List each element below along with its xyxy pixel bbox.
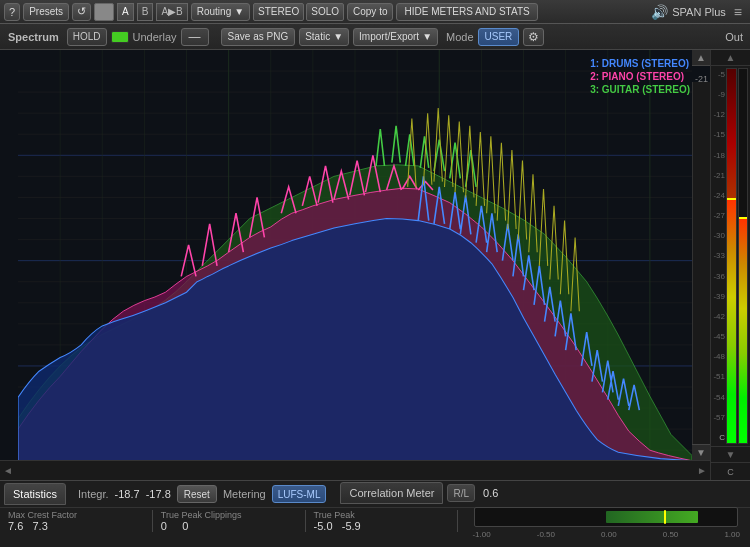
import-arrow-icon: ▼: [422, 31, 432, 42]
db-r-12: -12: [713, 110, 725, 119]
spectrum-legend: 1: DRUMS (STEREO) 2: PIANO (STEREO) 3: G…: [590, 58, 690, 95]
routing-arrow-icon: ▼: [234, 6, 244, 17]
out-label: Out: [722, 31, 746, 43]
corr-bar-positive: [606, 511, 698, 523]
right-scroll-up[interactable]: ▲: [711, 50, 750, 66]
nav-arrow-right[interactable]: ►: [694, 465, 710, 476]
stat-divider2: [305, 510, 306, 532]
db-r-21: -21: [713, 171, 725, 180]
stereo-solo-group: STEREO SOLO: [253, 3, 344, 21]
db-r-27: -27: [713, 211, 725, 220]
true-peak-label: True Peak: [314, 510, 450, 520]
a-button[interactable]: A: [117, 3, 134, 21]
meter-bars: [726, 68, 748, 444]
db-r-57: -57: [713, 413, 725, 422]
underlay-dash-button[interactable]: —: [181, 28, 209, 46]
db-r-48: -48: [713, 352, 725, 361]
corr-scale-neg1: -1.00: [472, 530, 490, 539]
stat-max-crest: Max Crest Factor 7.6 7.3: [8, 510, 144, 532]
integr-val2: -17.8: [146, 488, 171, 500]
static-arrow-icon: ▼: [333, 31, 343, 42]
db-r-c: C: [713, 433, 725, 442]
metering-label: Metering: [223, 488, 266, 500]
hold-button[interactable]: HOLD: [67, 28, 107, 46]
stat-divider1: [152, 510, 153, 532]
db-r-51: -51: [713, 372, 725, 381]
spectrum-toolbar: Spectrum HOLD Underlay — Save as PNG Sta…: [0, 24, 750, 50]
corr-scale-05: 0.50: [663, 530, 679, 539]
true-peak-clip-label: True Peak Clippings: [161, 510, 297, 520]
legend-drums: 1: DRUMS (STEREO): [590, 58, 690, 69]
c-label: C: [711, 462, 750, 480]
undo-button[interactable]: ↺: [72, 3, 91, 21]
scroll-up-button[interactable]: ▲: [692, 50, 710, 66]
right-scroll-down[interactable]: ▼: [711, 446, 750, 462]
right-meter: [738, 68, 749, 444]
solo-button[interactable]: SOLO: [306, 3, 344, 21]
db-r-15: -15: [713, 130, 725, 139]
stat-true-peak: True Peak -5.0 -5.9: [314, 510, 450, 532]
user-mode-button[interactable]: USER: [478, 28, 520, 46]
ab-button[interactable]: A▶B: [156, 3, 187, 21]
routing-button[interactable]: Routing ▼: [191, 3, 250, 21]
span-logo: 🔊 SPAN Plus ≡: [651, 4, 746, 20]
corr-meter-bar-area: -1.00 -0.50 0.00 0.50 1.00: [466, 504, 742, 539]
corr-scale-1: 1.00: [724, 530, 740, 539]
statistics-tab[interactable]: Statistics: [4, 483, 66, 505]
db-r-30: -30: [713, 231, 725, 240]
integr-val1: -18.7: [115, 488, 140, 500]
true-peak-values: -5.0 -5.9: [314, 520, 450, 532]
reset-button[interactable]: Reset: [177, 485, 217, 503]
db-r-18: -18: [713, 151, 725, 160]
nav-arrows: ◄ ►: [0, 460, 710, 480]
lufs-ml-button[interactable]: LUFS-ML: [272, 485, 327, 503]
corr-needle: [664, 510, 666, 524]
level-meter-area: -5 -9 -12 -15 -18 -21 -24 -27 -30 -33 -3…: [711, 66, 750, 446]
db-r-39: -39: [713, 292, 725, 301]
scroll-track: [692, 82, 710, 444]
spectrum-svg: [18, 50, 692, 461]
db-r-24: -24: [713, 191, 725, 200]
db-r-54: -54: [713, 393, 725, 402]
rl-button[interactable]: R/L: [447, 484, 475, 502]
active-indicator: [111, 31, 129, 43]
spectrum-display: -18 -21 -24 -27 -30 -33 -36 -39 -42 -45 …: [0, 50, 710, 480]
presets-button[interactable]: Presets: [23, 3, 69, 21]
corr-scale-neg05: -0.50: [537, 530, 555, 539]
logo-icon: 🔊: [651, 4, 668, 20]
stereo-button[interactable]: STEREO: [253, 3, 304, 21]
static-button[interactable]: Static ▼: [299, 28, 349, 46]
scroll-down-button[interactable]: ▼: [692, 444, 710, 460]
db-r-5: -5: [713, 70, 725, 79]
db-r-33: -33: [713, 251, 725, 260]
copy-to-button[interactable]: Copy to: [347, 3, 393, 21]
corr-section: Correlation Meter R/L 0.6: [340, 482, 746, 506]
hide-meters-button[interactable]: HIDE METERS AND STATS: [396, 3, 537, 21]
mode-label: Mode: [446, 31, 474, 43]
stat-true-peak-clip: True Peak Clippings 0 0: [161, 510, 297, 532]
save-png-button[interactable]: Save as PNG: [221, 28, 296, 46]
spectrum-label: Spectrum: [4, 31, 63, 43]
max-crest-label: Max Crest Factor: [8, 510, 144, 520]
integr-label: Integr.: [78, 488, 109, 500]
left-meter: [726, 68, 737, 444]
top-toolbar: ? Presets ↺ A B A▶B Routing ▼ STEREO SOL…: [0, 0, 750, 24]
legend-piano: 2: PIANO (STEREO): [590, 71, 690, 82]
db-r-36: -36: [713, 272, 725, 281]
right-panel: ▲ -5 -9 -12 -15 -18 -21 -24 -27 -30 -33 …: [710, 50, 750, 480]
menu-icon[interactable]: ≡: [730, 4, 746, 20]
bottom-panel: Statistics Integr. -18.7 -17.8 Reset Met…: [0, 480, 750, 547]
color-swatch: [94, 3, 114, 21]
main-area: -18 -21 -24 -27 -30 -33 -36 -39 -42 -45 …: [0, 50, 750, 480]
stat-divider3: [457, 510, 458, 532]
corr-scale-0: 0.00: [601, 530, 617, 539]
b-button[interactable]: B: [137, 3, 154, 21]
import-export-button[interactable]: Import/Export ▼: [353, 28, 438, 46]
true-peak-clip-values: 0 0: [161, 520, 297, 532]
help-button[interactable]: ?: [4, 3, 20, 21]
correlation-meter-tab[interactable]: Correlation Meter: [340, 482, 443, 504]
nav-arrow-left[interactable]: ◄: [0, 465, 16, 476]
gear-button[interactable]: ⚙: [523, 28, 544, 46]
underlay-label: Underlay: [133, 31, 177, 43]
bottom-row2: Max Crest Factor 7.6 7.3 True Peak Clipp…: [0, 508, 750, 534]
